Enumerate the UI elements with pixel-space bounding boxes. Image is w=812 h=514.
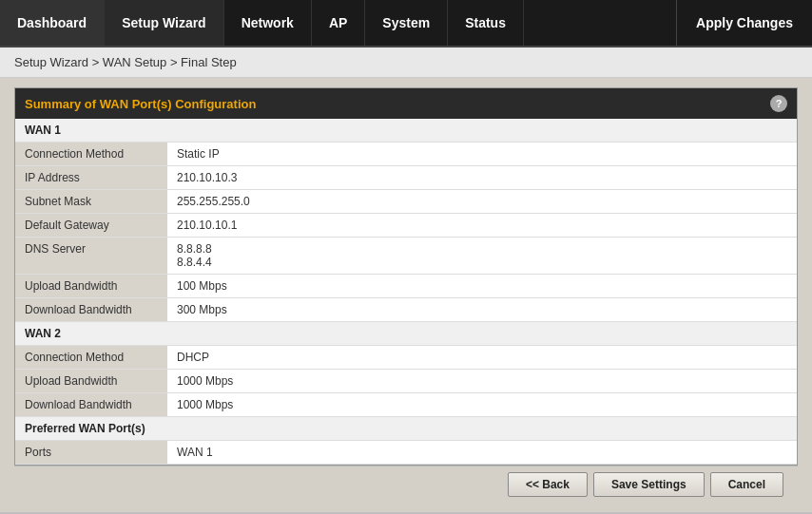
table-row: Download Bandwidth300 Mbps — [15, 298, 797, 322]
row-value: 210.10.10.1 — [167, 214, 797, 238]
row-label: Default Gateway — [15, 214, 167, 238]
navbar: Dashboard Setup Wizard Network AP System… — [0, 0, 812, 48]
row-label: Upload Bandwidth — [15, 370, 167, 393]
row-label: DNS Server — [15, 238, 167, 275]
row-label: Subnet Mask — [15, 190, 167, 214]
config-panel: Summary of WAN Port(s) Configuration ? W… — [14, 87, 798, 466]
table-row: Default Gateway210.10.10.1 — [15, 214, 797, 238]
table-row: Upload Bandwidth1000 Mbps — [15, 370, 797, 393]
breadcrumb: Setup Wizard > WAN Setup > Final Step — [0, 48, 812, 78]
table-row: Connection MethodDHCP — [15, 346, 797, 370]
table-row: IP Address210.10.10.3 — [15, 166, 797, 190]
nav-ap[interactable]: AP — [312, 0, 365, 46]
nav-network[interactable]: Network — [224, 0, 312, 46]
nav-status[interactable]: Status — [448, 0, 524, 46]
row-value: Static IP — [167, 143, 797, 166]
bottom-bar: << Back Save Settings Cancel — [14, 466, 798, 503]
row-label: Connection Method — [15, 346, 167, 370]
row-value: DHCP — [167, 346, 797, 370]
table-section-row: WAN 1 — [15, 119, 797, 143]
row-value: 255.255.255.0 — [167, 190, 797, 214]
cancel-button[interactable]: Cancel — [710, 472, 783, 497]
row-label: Upload Bandwidth — [15, 275, 167, 298]
row-value: 300 Mbps — [167, 298, 797, 322]
config-table: WAN 1Connection MethodStatic IPIP Addres… — [15, 119, 797, 465]
row-value: 8.8.8.88.8.4.4 — [167, 238, 797, 275]
row-value: 1000 Mbps — [167, 370, 797, 393]
table-row: PortsWAN 1 — [15, 441, 797, 465]
panel-header: Summary of WAN Port(s) Configuration ? — [15, 88, 797, 119]
nav-setup-wizard[interactable]: Setup Wizard — [105, 0, 224, 46]
row-value: 210.10.10.3 — [167, 166, 797, 190]
main-content: Summary of WAN Port(s) Configuration ? W… — [0, 78, 812, 512]
table-row: DNS Server8.8.8.88.8.4.4 — [15, 238, 797, 275]
save-settings-button[interactable]: Save Settings — [593, 472, 705, 497]
row-label: IP Address — [15, 166, 167, 190]
table-section-row: WAN 2 — [15, 322, 797, 346]
nav-dashboard[interactable]: Dashboard — [0, 0, 105, 46]
table-section-row: Preferred WAN Port(s) — [15, 417, 797, 441]
table-row: Download Bandwidth1000 Mbps — [15, 393, 797, 417]
row-label: Download Bandwidth — [15, 298, 167, 322]
table-scroll-area[interactable]: WAN 1Connection MethodStatic IPIP Addres… — [15, 119, 797, 465]
help-icon[interactable]: ? — [770, 95, 787, 112]
table-row: Upload Bandwidth100 Mbps — [15, 275, 797, 298]
row-value: 1000 Mbps — [167, 393, 797, 417]
apply-changes-button[interactable]: Apply Changes — [676, 0, 812, 46]
row-label: Connection Method — [15, 143, 167, 166]
row-label: Download Bandwidth — [15, 393, 167, 417]
row-label: Ports — [15, 441, 167, 465]
panel-title: Summary of WAN Port(s) Configuration — [25, 97, 256, 111]
nav-system[interactable]: System — [365, 0, 448, 46]
table-section-row: Time Zone Settings — [15, 465, 797, 466]
row-value: 100 Mbps — [167, 275, 797, 298]
table-row: Subnet Mask255.255.255.0 — [15, 190, 797, 214]
table-row: Connection MethodStatic IP — [15, 143, 797, 166]
back-button[interactable]: << Back — [508, 472, 588, 497]
row-value: WAN 1 — [167, 441, 797, 465]
